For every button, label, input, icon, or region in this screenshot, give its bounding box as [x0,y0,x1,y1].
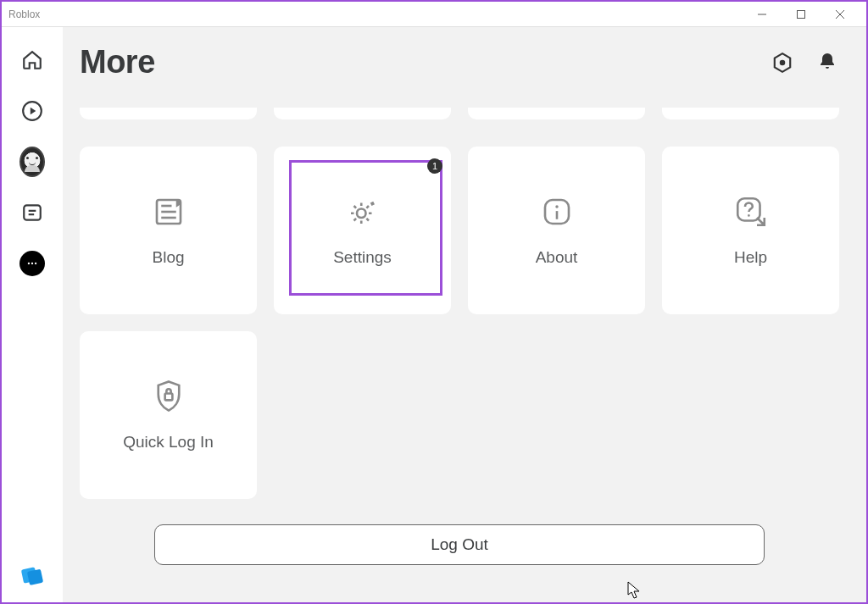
blog-icon [151,194,186,230]
svg-point-25 [748,214,750,217]
svg-point-15 [780,59,786,65]
svg-marker-5 [31,108,36,115]
roblox-studio-logo-icon[interactable] [20,563,44,587]
more-icon[interactable] [19,251,45,276]
svg-rect-13 [27,569,43,585]
card-label: Blog [152,248,184,267]
discover-icon[interactable] [19,98,45,124]
mouse-cursor-icon [627,581,641,600]
quick-login-card[interactable]: Quick Log In [80,331,257,499]
card-label: Settings [333,248,392,267]
help-card[interactable]: Help [662,147,839,314]
gear-icon [345,194,381,230]
settings-card[interactable]: 1 Settings [274,147,451,314]
window-titlebar: Roblox [2,2,866,27]
logout-button[interactable]: Log Out [154,524,765,565]
sidebar [2,27,63,602]
home-icon[interactable] [19,47,45,73]
svg-point-20 [357,209,366,219]
notifications-bell-icon[interactable] [817,52,839,74]
maximize-button[interactable] [782,3,821,26]
card-label: About [536,248,578,267]
logout-label: Log Out [431,535,488,554]
card-label: Help [734,248,767,267]
svg-point-22 [555,205,559,208]
previous-row-partial [80,108,839,119]
minimize-button[interactable] [743,3,782,26]
about-card[interactable]: About [468,147,645,314]
avatar-icon[interactable] [19,149,45,175]
svg-point-10 [31,263,33,264]
window-title: Roblox [8,8,743,20]
svg-point-9 [28,263,30,264]
settings-badge: 1 [427,158,442,174]
svg-rect-6 [24,205,41,219]
svg-rect-26 [164,394,172,401]
svg-point-11 [35,263,36,264]
close-button[interactable] [821,3,860,26]
main-content: More Blog 1 [63,27,866,602]
info-icon [539,194,575,230]
card-label: Quick Log In [123,433,214,452]
help-icon [733,194,769,230]
shield-lock-icon [151,379,186,414]
page-title: More [80,44,771,80]
blog-card[interactable]: Blog [80,147,257,314]
window-controls [743,3,860,26]
robux-icon[interactable] [771,52,793,74]
svg-rect-1 [798,10,805,18]
chat-icon[interactable] [19,200,45,225]
